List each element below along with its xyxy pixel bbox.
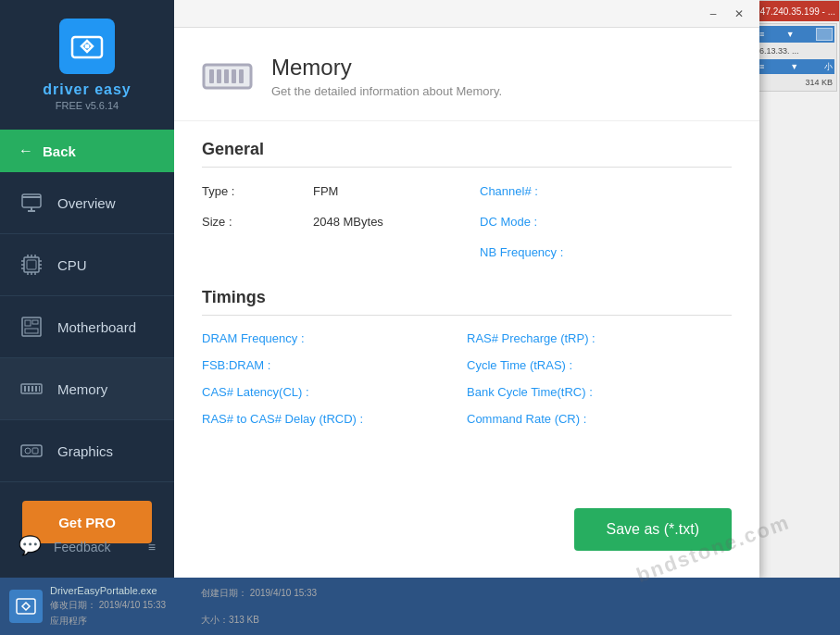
sidebar-item-overview[interactable]: Overview [0, 172, 174, 234]
size-label: Size : [202, 209, 313, 234]
timing-dram[interactable]: DRAM Frequency : [202, 327, 467, 350]
content-area: – ✕ Memory Get the detailed information … [174, 0, 759, 579]
app-name: driver easy [43, 81, 132, 98]
logo-svg [69, 28, 106, 65]
size-value: 2048 MBytes [313, 209, 480, 234]
svg-rect-3 [22, 196, 41, 198]
taskbar-size: 大小：313 KB [201, 614, 317, 627]
empty-1 [202, 240, 313, 265]
cpu-icon [19, 252, 44, 278]
feedback-icon: 💬 [19, 534, 44, 560]
timing-ras-precharge[interactable]: RAS# Precharge (tRP) : [467, 327, 732, 350]
svg-rect-36 [224, 69, 229, 83]
window-titlebar: – ✕ [174, 0, 759, 28]
svg-rect-7 [27, 260, 36, 269]
timing-bank[interactable]: Bank Cycle Time(tRC) : [467, 380, 732, 404]
svg-rect-32 [32, 448, 38, 454]
back-label: Back [43, 143, 76, 159]
svg-point-31 [25, 448, 31, 454]
overview-icon [19, 190, 44, 216]
motherboard-icon [19, 314, 44, 340]
memory-header-icon [202, 51, 253, 102]
svg-point-1 [84, 44, 89, 49]
rw-bar2: ≡ ▼ 小 [758, 59, 834, 74]
nbfreq-label[interactable]: NB Frequency : [480, 240, 619, 265]
rw-addr: 6.13.33. ... [758, 44, 834, 57]
main-window: driver easy FREE v5.6.14 ← Back Overview [0, 0, 759, 579]
taskbar: DriverEasyPortable.exe 修改日期： 2019/4/10 1… [0, 578, 840, 635]
sidebar-item-cpu[interactable]: CPU [0, 234, 174, 296]
svg-rect-4 [28, 210, 35, 212]
feedback-label: Feedback [54, 540, 110, 554]
overview-svg [20, 192, 43, 214]
empty-2 [313, 240, 480, 265]
save-button[interactable]: Save as (*.txt) [574, 508, 732, 551]
svg-rect-25 [24, 386, 26, 392]
app-version: FREE v5.6.14 [56, 100, 119, 111]
rw-content: ≡ ▼ 6.13.33. ... ≡ ▼ 小 314 KB [755, 23, 837, 92]
svg-rect-35 [217, 69, 221, 83]
back-button[interactable]: ← Back [0, 130, 174, 172]
rw-bar1: ≡ ▼ [758, 26, 834, 43]
sidebar: driver easy FREE v5.6.14 ← Back Overview [0, 0, 174, 579]
motherboard-svg [20, 316, 43, 338]
taskbar-modify: 修改日期： 2019/4/10 15:33 [50, 599, 166, 612]
timing-ras-cas[interactable]: RAS# to CAS# Delay (tRCD) : [202, 407, 467, 430]
sidebar-item-motherboard[interactable]: Motherboard [0, 296, 174, 358]
memory-label: Memory [57, 381, 107, 397]
close-button[interactable]: ✕ [726, 4, 752, 24]
taskbar-text: DriverEasyPortable.exe 修改日期： 2019/4/10 1… [50, 585, 166, 628]
taskbar-type: 应用程序 [50, 615, 166, 628]
memory-svg [20, 378, 43, 400]
channel-label[interactable]: Channel# : [480, 179, 619, 204]
cpu-label: CPU [57, 257, 87, 273]
svg-rect-27 [31, 386, 33, 392]
svg-rect-6 [24, 257, 39, 272]
overview-label: Overview [57, 195, 116, 211]
timing-cas[interactable]: CAS# Latency(CL) : [202, 380, 467, 404]
dcmode-label[interactable]: DC Mode : [480, 209, 619, 234]
page-header: Memory Get the detailed information abou… [174, 28, 759, 121]
svg-rect-29 [39, 386, 40, 392]
back-arrow-icon: ← [19, 143, 33, 159]
svg-rect-28 [35, 386, 37, 392]
minimize-button[interactable]: – [700, 4, 726, 24]
cpu-svg [20, 254, 43, 276]
general-info-grid: Type : FPM Channel# : Size : 2048 MBytes… [202, 179, 732, 265]
app-logo [59, 19, 115, 74]
logo-area: driver easy FREE v5.6.14 [43, 0, 132, 125]
memory-icon [19, 376, 44, 402]
svg-rect-30 [21, 445, 42, 456]
sidebar-item-graphics[interactable]: Graphics [0, 420, 174, 482]
svg-rect-22 [32, 320, 38, 324]
graphics-icon [19, 438, 44, 464]
page-subtitle: Get the detailed information about Memor… [271, 84, 502, 98]
dcmode-value [619, 209, 759, 234]
save-button-area: Save as (*.txt) [574, 508, 732, 551]
svg-rect-21 [25, 320, 31, 326]
right-titlebar: 47.240.35.199 - ... [753, 1, 839, 21]
get-pro-label: Get PRO [58, 515, 116, 530]
right-window-peek: 47.240.35.199 - ... ≡ ▼ 6.13.33. ... ≡ ▼… [752, 0, 840, 579]
timings-grid: DRAM Frequency : RAS# Precharge (tRP) : … [202, 327, 732, 430]
svg-rect-38 [239, 69, 244, 83]
graphics-label: Graphics [57, 443, 113, 459]
rw-icon-box [816, 28, 833, 41]
page-header-text: Memory Get the detailed information abou… [271, 55, 502, 98]
timing-fsb[interactable]: FSB:DRAM : [202, 354, 467, 377]
feedback-menu-icon: ≡ [148, 540, 156, 554]
type-value: FPM [313, 179, 480, 204]
svg-rect-5 [31, 207, 32, 210]
sidebar-item-memory[interactable]: Memory [0, 358, 174, 420]
feedback-area[interactable]: 💬 Feedback ≡ [0, 534, 174, 560]
taskbar-icon [9, 590, 43, 623]
timing-command[interactable]: Command Rate (CR) : [467, 407, 732, 430]
svg-rect-39 [17, 599, 35, 614]
taskbar-item: DriverEasyPortable.exe 修改日期： 2019/4/10 1… [9, 585, 317, 628]
taskbar-create-text: 创建日期： 2019/4/10 15:33 大小：313 KB [201, 587, 317, 627]
svg-rect-37 [232, 69, 236, 83]
timing-cycle[interactable]: Cycle Time (tRAS) : [467, 354, 732, 377]
svg-rect-34 [209, 69, 214, 83]
taskbar-app-icon [15, 595, 37, 617]
app-name-text: driver [43, 81, 94, 97]
